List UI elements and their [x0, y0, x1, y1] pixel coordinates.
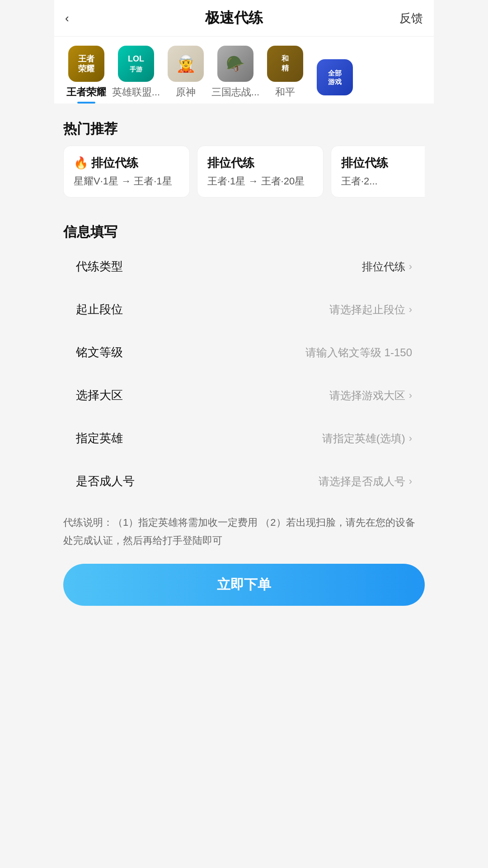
form-field-value-2: 请输入铭文等级 1-150	[305, 345, 412, 360]
game-tab-all[interactable]: 全部游戏	[310, 59, 360, 104]
form-field-label-0: 代练类型	[76, 259, 123, 274]
form-section: 信息填写 代练类型排位代练›起止段位请选择起止段位›铭文等级请输入铭文等级 1-…	[54, 212, 434, 499]
form-field-label-3: 选择大区	[76, 387, 123, 403]
form-field-5[interactable]: 是否成人号请选择是否成人号›	[63, 463, 425, 499]
form-field-value-4: 请指定英雄(选填)›	[322, 431, 412, 446]
hot-card-desc-2: 王者·2...	[341, 175, 425, 188]
form-field-label-2: 铭文等级	[76, 344, 123, 360]
game-tab-label-heping: 和平	[275, 85, 295, 99]
form-field-value-0: 排位代练›	[362, 259, 412, 274]
hot-section-title: 热门推荐	[63, 120, 425, 138]
chevron-icon: ›	[409, 390, 412, 401]
game-tab-label-wzry: 王者荣耀	[66, 85, 106, 99]
hot-card-title-2: 排位代练	[341, 155, 425, 171]
header: ‹ 极速代练 反馈	[54, 0, 434, 37]
form-field-value-1: 请选择起止段位›	[329, 302, 412, 317]
hot-card-0[interactable]: 🔥 排位代练星耀V·1星 → 王者·1星	[63, 146, 190, 198]
game-tabs: 王者荣耀王者荣耀LOL手游英雄联盟...🧝原神🪖三国志战...和精和平全部游戏	[54, 37, 434, 104]
game-tab-icon-heping: 和精	[267, 46, 303, 82]
hot-card-1[interactable]: 排位代练王者·1星 → 王者·20星	[197, 146, 324, 198]
form-field-3[interactable]: 选择大区请选择游戏大区›	[63, 377, 425, 413]
hot-section: 热门推荐 🔥 排位代练星耀V·1星 → 王者·1星排位代练王者·1星 → 王者·…	[54, 109, 434, 199]
game-tab-yuanshen[interactable]: 🧝原神	[161, 46, 211, 104]
chevron-icon: ›	[409, 304, 412, 316]
hot-card-desc-1: 王者·1星 → 王者·20星	[207, 175, 313, 188]
chevron-icon: ›	[409, 433, 412, 444]
form-field-1[interactable]: 起止段位请选择起止段位›	[63, 292, 425, 327]
form-field-label-5: 是否成人号	[76, 473, 135, 489]
page-title: 极速代练	[205, 8, 263, 28]
hot-card-title-0: 🔥 排位代练	[74, 155, 179, 171]
game-tab-label-sgz: 三国志战...	[211, 85, 259, 99]
hot-card-desc-0: 星耀V·1星 → 王者·1星	[74, 175, 179, 188]
game-tab-icon-sgz: 🪖	[217, 46, 253, 82]
hot-cards-row: 🔥 排位代练星耀V·1星 → 王者·1星排位代练王者·1星 → 王者·20星排位…	[63, 146, 425, 199]
hot-card-title-1: 排位代练	[207, 155, 313, 171]
game-tab-heping[interactable]: 和精和平	[260, 46, 310, 104]
form-field-value-5: 请选择是否成人号›	[319, 474, 412, 489]
form-field-value-3: 请选择游戏大区›	[329, 388, 412, 403]
chevron-icon: ›	[409, 261, 412, 273]
game-tab-icon-yuanshen: 🧝	[168, 46, 204, 82]
game-tab-label-yuanshen: 原神	[176, 85, 196, 99]
form-field-label-1: 起止段位	[76, 302, 123, 317]
form-field-2[interactable]: 铭文等级请输入铭文等级 1-150	[63, 335, 425, 370]
form-fields: 代练类型排位代练›起止段位请选择起止段位›铭文等级请输入铭文等级 1-150选择…	[63, 249, 425, 499]
hot-card-2[interactable]: 排位代练王者·2...	[331, 146, 425, 198]
game-tab-icon-all: 全部游戏	[317, 59, 353, 95]
chevron-icon: ›	[409, 476, 412, 487]
game-tab-wzry[interactable]: 王者荣耀王者荣耀	[61, 46, 111, 104]
notice: 代练说明：（1）指定英雄将需加收一定费用 （2）若出现扫脸，请先在您的设备处完成…	[54, 506, 434, 557]
game-tab-lol[interactable]: LOL手游英雄联盟...	[111, 46, 161, 104]
form-section-title: 信息填写	[63, 223, 425, 241]
game-tab-sgz[interactable]: 🪖三国志战...	[211, 46, 260, 104]
game-tab-label-lol: 英雄联盟...	[112, 85, 160, 99]
back-button[interactable]: ‹	[65, 11, 69, 25]
form-field-0[interactable]: 代练类型排位代练›	[63, 249, 425, 284]
order-button[interactable]: 立即下单	[63, 564, 425, 606]
form-field-label-4: 指定英雄	[76, 430, 123, 446]
feedback-button[interactable]: 反馈	[399, 10, 423, 26]
game-tab-icon-wzry: 王者荣耀	[68, 46, 104, 82]
game-tab-icon-lol: LOL手游	[118, 46, 154, 82]
form-field-4[interactable]: 指定英雄请指定英雄(选填)›	[63, 420, 425, 456]
